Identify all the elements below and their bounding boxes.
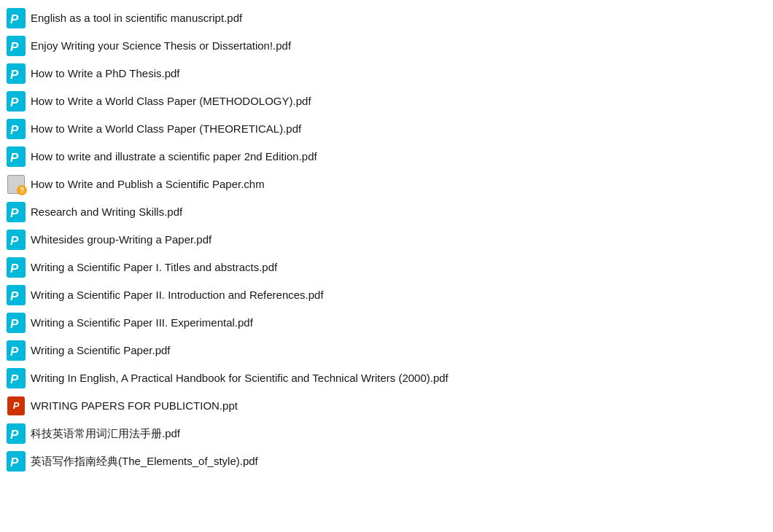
list-item[interactable]: P Whitesides group-Writing a Paper.pdf bbox=[0, 226, 773, 254]
pdf-icon: P bbox=[6, 313, 26, 333]
file-name: Whitesides group-Writing a Paper.pdf bbox=[31, 232, 211, 249]
file-name: Writing a Scientific Paper II. Introduct… bbox=[31, 287, 324, 304]
list-item[interactable]: P Research and Writing Skills.pdf bbox=[0, 198, 773, 226]
svg-text:P: P bbox=[10, 455, 19, 469]
list-item[interactable]: P 科技英语常用词汇用法手册.pdf bbox=[0, 420, 773, 447]
list-item[interactable]: P Writing a Scientific Paper II. Introdu… bbox=[0, 281, 773, 309]
list-item[interactable]: ? How to Write and Publish a Scientific … bbox=[0, 171, 773, 198]
file-name: Research and Writing Skills.pdf bbox=[31, 204, 182, 221]
file-name: Writing a Scientific Paper III. Experime… bbox=[31, 315, 253, 332]
svg-text:P: P bbox=[10, 123, 19, 137]
file-name: 英语写作指南经典(The_Elements_of_style).pdf bbox=[31, 453, 258, 470]
pdf-icon: P bbox=[6, 36, 26, 56]
file-name: 科技英语常用词汇用法手册.pdf bbox=[31, 426, 180, 442]
list-item[interactable]: P English as a tool in scientific manusc… bbox=[0, 4, 773, 32]
file-name: How to write and illustrate a scientific… bbox=[31, 149, 317, 165]
svg-text:P: P bbox=[10, 95, 19, 109]
file-name: Writing a Scientific Paper.pdf bbox=[31, 343, 170, 359]
svg-text:P: P bbox=[10, 68, 19, 82]
svg-text:P: P bbox=[10, 289, 19, 303]
list-item[interactable]: P Enjoy Writing your Science Thesis or D… bbox=[0, 32, 773, 60]
svg-text:P: P bbox=[10, 428, 19, 442]
pdf-icon: P bbox=[6, 119, 26, 139]
list-item[interactable]: P Writing a Scientific Paper I. Titles a… bbox=[0, 254, 773, 281]
list-item[interactable]: P How to write and illustrate a scientif… bbox=[0, 143, 773, 171]
pdf-icon: P bbox=[6, 202, 26, 222]
file-name: Enjoy Writing your Science Thesis or Dis… bbox=[31, 38, 291, 55]
svg-text:P: P bbox=[10, 40, 19, 54]
file-name: English as a tool in scientific manuscri… bbox=[31, 10, 242, 27]
svg-text:P: P bbox=[10, 372, 19, 386]
list-item[interactable]: P Writing In English, A Practical Handbo… bbox=[0, 364, 773, 392]
ppt-icon: P bbox=[6, 396, 26, 416]
pdf-icon: P bbox=[6, 91, 26, 112]
list-item[interactable]: P WRITING PAPERS FOR PUBLICTION.ppt bbox=[0, 392, 773, 420]
file-list: P English as a tool in scientific manusc… bbox=[0, 4, 773, 475]
file-name: How to Write and Publish a Scientific Pa… bbox=[31, 176, 265, 193]
pdf-icon: P bbox=[6, 8, 26, 28]
svg-text:P: P bbox=[10, 345, 19, 359]
list-item[interactable]: P How to Write a World Class Paper (THEO… bbox=[0, 115, 773, 143]
file-name: How to Write a PhD Thesis.pdf bbox=[31, 66, 180, 82]
pdf-icon: P bbox=[6, 423, 26, 444]
svg-text:P: P bbox=[10, 151, 19, 165]
svg-text:P: P bbox=[10, 317, 19, 331]
file-name: How to Write a World Class Paper (THEORE… bbox=[31, 121, 301, 138]
file-name: WRITING PAPERS FOR PUBLICTION.ppt bbox=[31, 398, 238, 415]
chm-icon: ? bbox=[6, 174, 26, 195]
pdf-icon: P bbox=[6, 340, 26, 361]
pdf-icon: P bbox=[6, 257, 26, 278]
list-item[interactable]: P How to Write a PhD Thesis.pdf bbox=[0, 60, 773, 87]
pdf-icon: P bbox=[6, 63, 26, 84]
file-name: How to Write a World Class Paper (METHOD… bbox=[31, 93, 311, 110]
pdf-icon: P bbox=[6, 146, 26, 167]
pdf-icon: P bbox=[6, 285, 26, 305]
list-item[interactable]: P Writing a Scientific Paper.pdf bbox=[0, 337, 773, 364]
file-name: Writing In English, A Practical Handbook… bbox=[31, 370, 448, 387]
list-item[interactable]: P 英语写作指南经典(The_Elements_of_style).pdf bbox=[0, 447, 773, 475]
file-name: Writing a Scientific Paper I. Titles and… bbox=[31, 259, 277, 276]
svg-text:P: P bbox=[10, 262, 19, 275]
pdf-icon: P bbox=[6, 368, 26, 388]
list-item[interactable]: P How to Write a World Class Paper (METH… bbox=[0, 87, 773, 115]
svg-text:P: P bbox=[10, 234, 19, 248]
svg-text:P: P bbox=[10, 12, 19, 26]
svg-text:P: P bbox=[10, 206, 19, 220]
pdf-icon: P bbox=[6, 451, 26, 472]
pdf-icon: P bbox=[6, 230, 26, 250]
list-item[interactable]: P Writing a Scientific Paper III. Experi… bbox=[0, 309, 773, 337]
